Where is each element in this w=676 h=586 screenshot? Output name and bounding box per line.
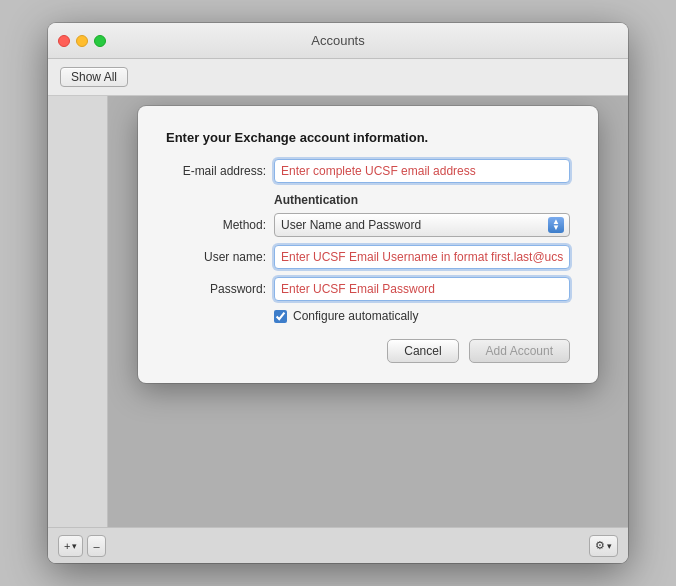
add-account-bottom-button[interactable]: + ▾ xyxy=(58,535,83,557)
email-row: E-mail address: xyxy=(166,159,570,183)
username-input[interactable] xyxy=(274,245,570,269)
remove-account-button[interactable]: – xyxy=(87,535,105,557)
window-title: Accounts xyxy=(311,33,364,48)
method-select-wrapper: User Name and Password Kerberos NTLMv2 ▲… xyxy=(274,213,570,237)
email-label: E-mail address: xyxy=(166,164,266,178)
configure-automatically-label[interactable]: Configure automatically xyxy=(293,309,418,323)
main-content: ✉ Outlook Outlook.com, Hotmail, Live.com… xyxy=(108,96,628,527)
chevron-down-icon: ▾ xyxy=(607,541,612,551)
email-input[interactable] xyxy=(274,159,570,183)
modal-button-row: Cancel Add Account xyxy=(166,339,570,363)
show-all-button[interactable]: Show All xyxy=(60,67,128,87)
main-window: Accounts Show All ✉ Outlook Outlook.com,… xyxy=(48,23,628,563)
sidebar xyxy=(48,96,108,527)
method-row: Method: User Name and Password Kerberos … xyxy=(166,213,570,237)
method-label: Method: xyxy=(166,218,266,232)
maximize-button[interactable] xyxy=(94,35,106,47)
add-account-button[interactable]: Add Account xyxy=(469,339,570,363)
bottom-bar: + ▾ – ⚙ ▾ xyxy=(48,527,628,563)
close-button[interactable] xyxy=(58,35,70,47)
titlebar: Accounts xyxy=(48,23,628,59)
traffic-lights xyxy=(58,35,106,47)
plus-icon: + xyxy=(64,540,70,552)
password-row: Password: xyxy=(166,277,570,301)
password-input[interactable] xyxy=(274,277,570,301)
modal-title: Enter your Exchange account information. xyxy=(166,130,570,145)
exchange-modal: Enter your Exchange account information.… xyxy=(138,106,598,383)
username-row: User name: xyxy=(166,245,570,269)
configure-automatically-row: Configure automatically xyxy=(274,309,570,323)
authentication-section-label: Authentication xyxy=(274,193,570,207)
method-select[interactable]: User Name and Password Kerberos NTLMv2 xyxy=(274,213,570,237)
minus-icon: – xyxy=(93,540,99,552)
settings-button[interactable]: ⚙ ▾ xyxy=(589,535,618,557)
content-area: ✉ Outlook Outlook.com, Hotmail, Live.com… xyxy=(48,96,628,527)
gear-icon: ⚙ xyxy=(595,539,605,552)
username-label: User name: xyxy=(166,250,266,264)
password-label: Password: xyxy=(166,282,266,296)
toolbar: Show All xyxy=(48,59,628,96)
cancel-button[interactable]: Cancel xyxy=(387,339,458,363)
modal-overlay: Enter your Exchange account information.… xyxy=(108,96,628,527)
chevron-down-icon: ▾ xyxy=(72,541,77,551)
minimize-button[interactable] xyxy=(76,35,88,47)
configure-automatically-checkbox[interactable] xyxy=(274,310,287,323)
